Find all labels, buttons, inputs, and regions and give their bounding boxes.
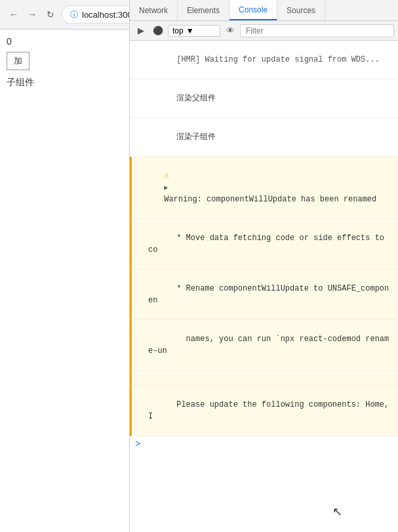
warning-icon: ⚠ bbox=[164, 171, 169, 180]
warning-detail-text: * Move data fetching code or side effect… bbox=[148, 234, 389, 255]
clear-button[interactable]: ⚫ bbox=[151, 24, 165, 38]
console-prompt[interactable]: > bbox=[130, 436, 398, 452]
child-component-label: 子组件 bbox=[7, 77, 123, 89]
forward-button[interactable]: → bbox=[25, 7, 39, 22]
console-warning-detail bbox=[130, 371, 398, 386]
filter-input[interactable] bbox=[240, 24, 394, 37]
console-output: [HMR] Waiting for update signal from WDS… bbox=[130, 41, 398, 532]
add-button[interactable]: 加 bbox=[7, 52, 30, 70]
tab-sources[interactable]: Sources bbox=[277, 0, 325, 20]
console-warning-detail: names, you can run `npx react-codemod re… bbox=[130, 320, 398, 371]
console-line: [HMR] Waiting for update signal from WDS… bbox=[130, 41, 398, 79]
tab-elements[interactable]: Elements bbox=[178, 0, 229, 20]
warning-detail-text: * Rename componentWillUpdate to UNSAFE_c… bbox=[148, 284, 389, 305]
warning-text: Warning: componentWillUpdate has been re… bbox=[164, 195, 376, 204]
tab-network[interactable]: Network bbox=[130, 0, 178, 20]
devtools-panel: Network Elements Console Sources ▶ ⚫ top… bbox=[129, 0, 398, 532]
devtools-toolbar: ▶ ⚫ top ▼ 👁 bbox=[130, 21, 398, 41]
console-text: 渲染父组件 bbox=[176, 94, 216, 103]
page-content: 0 加 子组件 bbox=[0, 30, 129, 95]
back-button[interactable]: ← bbox=[7, 7, 21, 22]
console-line: 渲染子组件 bbox=[130, 118, 398, 157]
warning-detail-text: Please update the following components: … bbox=[148, 400, 393, 421]
reload-button[interactable]: ↻ bbox=[43, 7, 58, 22]
eye-button[interactable]: 👁 bbox=[223, 24, 237, 38]
context-label: top bbox=[172, 26, 184, 35]
console-text: [HMR] Waiting for update signal from WDS… bbox=[176, 55, 380, 64]
console-warning-detail: Please update the following components: … bbox=[130, 386, 398, 436]
console-text: 渲染子组件 bbox=[176, 133, 216, 142]
console-warning-detail: * Move data fetching code or side effect… bbox=[130, 219, 398, 270]
console-warning-line: ⚠ ▶ Warning: componentWillUpdate has bee… bbox=[130, 157, 398, 219]
context-selector[interactable]: top ▼ bbox=[168, 25, 220, 37]
page-counter: 0 bbox=[7, 36, 123, 47]
chevron-down-icon: ▼ bbox=[186, 26, 194, 35]
lock-icon: ⓘ bbox=[70, 9, 78, 20]
tab-console[interactable]: Console bbox=[229, 0, 277, 20]
warning-detail-text: names, you can run `npx react-codemod re… bbox=[148, 335, 389, 356]
console-warning-detail: * Rename componentWillUpdate to UNSAFE_c… bbox=[130, 270, 398, 320]
execute-button[interactable]: ▶ bbox=[134, 24, 148, 38]
console-line: 渲染父组件 bbox=[130, 79, 398, 118]
devtools-tabs: Network Elements Console Sources bbox=[130, 0, 398, 21]
expand-icon[interactable]: ▶ bbox=[164, 184, 168, 192]
